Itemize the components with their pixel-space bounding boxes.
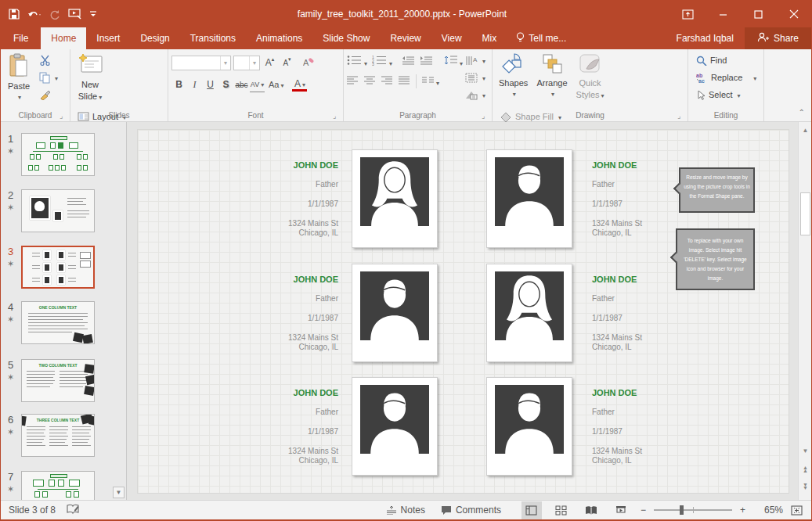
- new-slide-button[interactable]: New Slide: [74, 52, 106, 108]
- slide-thumbnail[interactable]: THREE COLUMN TEXT: [21, 414, 95, 457]
- comments-button[interactable]: Comments: [435, 501, 507, 520]
- paste-button[interactable]: Paste: [4, 52, 34, 108]
- paragraph-dialog-launcher[interactable]: ⌟: [482, 112, 489, 120]
- user-name[interactable]: Farshad Iqbal: [666, 27, 745, 49]
- polaroid-photo[interactable]: [352, 377, 438, 476]
- notes-button[interactable]: Notes: [380, 501, 431, 520]
- zoom-out-button[interactable]: −: [634, 501, 646, 520]
- person-card-left[interactable]: JOHN DOE Father 1/1/1987 1324 Mains St C…: [276, 275, 338, 352]
- font-size-combobox[interactable]: ▾: [233, 56, 260, 70]
- minimize-button[interactable]: [706, 1, 741, 27]
- collapse-ribbon-button[interactable]: ⌃: [799, 108, 805, 117]
- change-case-button[interactable]: Aa: [269, 77, 283, 92]
- zoom-slider[interactable]: [654, 509, 732, 511]
- shapes-button[interactable]: Shapes: [496, 52, 531, 108]
- character-spacing-button[interactable]: AV: [250, 77, 265, 92]
- close-button[interactable]: [776, 1, 811, 27]
- align-right-button[interactable]: [381, 76, 393, 87]
- person-card-left[interactable]: JOHN DOE Father 1/1/1987 1324 Mains St C…: [276, 388, 338, 465]
- person-card-right[interactable]: JOHN DOE Father 1/1/1987 1324 Mains St C…: [592, 275, 655, 352]
- previous-slide-button[interactable]: ▲▲: [799, 463, 811, 476]
- slide-canvas[interactable]: JOHN DOE Father 1/1/1987 1324 Mains St C…: [137, 129, 789, 494]
- proofing-icon[interactable]: [67, 504, 80, 517]
- cut-button[interactable]: [38, 52, 60, 69]
- tab-view[interactable]: View: [431, 27, 472, 49]
- justify-button[interactable]: [399, 76, 410, 87]
- person-card-right[interactable]: JOHN DOE Father 1/1/1987 1324 Mains St C…: [592, 160, 655, 238]
- font-color-button[interactable]: A: [292, 78, 307, 92]
- underline-button[interactable]: U: [203, 77, 218, 92]
- normal-view-button[interactable]: [521, 501, 542, 519]
- arrange-button[interactable]: Arrange: [533, 52, 570, 108]
- tab-review[interactable]: Review: [380, 27, 431, 49]
- undo-icon[interactable]: [27, 9, 42, 20]
- select-button[interactable]: Select: [695, 86, 758, 103]
- polaroid-photo[interactable]: [486, 149, 572, 248]
- font-dialog-launcher[interactable]: ⌟: [333, 112, 341, 120]
- polaroid-photo[interactable]: [486, 264, 572, 362]
- align-text-button[interactable]: [464, 69, 487, 86]
- font-name-combobox[interactable]: ▾: [171, 56, 231, 70]
- tab-transitions[interactable]: Transitions: [180, 27, 246, 49]
- bold-button[interactable]: B: [171, 77, 186, 92]
- slideshow-button[interactable]: [611, 501, 631, 519]
- find-button[interactable]: Find: [695, 52, 758, 69]
- text-shadow-button[interactable]: S: [218, 77, 233, 92]
- next-slide-button[interactable]: ▼▼: [799, 480, 811, 493]
- slide-sorter-button[interactable]: [551, 501, 572, 519]
- italic-button[interactable]: I: [187, 77, 202, 92]
- clear-formatting-button[interactable]: A: [301, 55, 316, 70]
- tab-slide-show[interactable]: Slide Show: [312, 27, 380, 49]
- tab-insert[interactable]: Insert: [86, 27, 130, 49]
- line-spacing-button[interactable]: [444, 55, 463, 67]
- bullets-button[interactable]: [347, 55, 367, 67]
- text-direction-button[interactable]: A: [464, 52, 487, 69]
- slide-indicator[interactable]: Slide 3 of 8: [9, 505, 56, 516]
- slide-thumbnail[interactable]: [21, 133, 95, 176]
- scroll-thumb[interactable]: [800, 192, 810, 235]
- drawing-dialog-launcher[interactable]: ⌟: [677, 112, 685, 120]
- tab-file[interactable]: File: [1, 27, 41, 49]
- strikethrough-button[interactable]: abc: [234, 77, 249, 92]
- polaroid-photo[interactable]: [352, 149, 438, 248]
- fit-slide-to-window-button[interactable]: [786, 501, 807, 519]
- clipboard-dialog-launcher[interactable]: ⌟: [60, 112, 67, 120]
- numbering-button[interactable]: 123: [372, 55, 392, 67]
- zoom-slider-thumb[interactable]: [680, 505, 684, 515]
- tab-home[interactable]: Home: [41, 27, 86, 49]
- reading-view-button[interactable]: [581, 501, 601, 519]
- slide-thumbnail[interactable]: [21, 471, 95, 500]
- slide-thumbnail[interactable]: [21, 189, 95, 232]
- convert-to-smartart-button[interactable]: [464, 86, 487, 103]
- format-painter-button[interactable]: [38, 86, 60, 103]
- person-card-left[interactable]: JOHN DOE Father 1/1/1987 1324 Mains St C…: [276, 160, 338, 238]
- share-button[interactable]: Share: [745, 27, 811, 49]
- tab-mix[interactable]: Mix: [472, 27, 507, 49]
- redo-icon[interactable]: [49, 9, 60, 20]
- scroll-up-button[interactable]: ▲: [799, 124, 811, 136]
- decrease-indent-button[interactable]: [402, 56, 415, 67]
- person-card-right[interactable]: JOHN DOE Father 1/1/1987 1324 Mains St C…: [592, 388, 655, 465]
- thumbnails-scroll-down-button[interactable]: ▼: [113, 487, 125, 498]
- quick-styles-button[interactable]: Quick Styles: [573, 52, 608, 108]
- ribbon-display-options-icon[interactable]: [670, 1, 706, 27]
- slide-thumbnail[interactable]: ONE COLUMN TEXT: [21, 301, 95, 344]
- copy-button[interactable]: [38, 69, 60, 86]
- align-left-button[interactable]: [347, 76, 359, 87]
- callout-resize-tip[interactable]: Resize and move image by using the pictu…: [679, 167, 755, 213]
- zoom-level[interactable]: 65%: [755, 505, 783, 516]
- tab-animations[interactable]: Animations: [246, 27, 312, 49]
- start-from-beginning-icon[interactable]: [68, 9, 81, 20]
- shrink-font-button[interactable]: A▾: [280, 55, 294, 70]
- maximize-button[interactable]: [741, 1, 776, 27]
- tab-design[interactable]: Design: [130, 27, 179, 49]
- polaroid-photo[interactable]: [352, 264, 438, 362]
- callout-replace-tip[interactable]: To replace with your own image. Select i…: [676, 228, 755, 290]
- slide-thumbnail[interactable]: TWO COLUMN TEXT: [21, 359, 95, 402]
- tell-me-box[interactable]: Tell me...: [507, 27, 576, 49]
- save-icon[interactable]: [9, 9, 20, 20]
- grow-font-button[interactable]: A▴: [262, 55, 277, 70]
- scroll-down-button[interactable]: ▼: [799, 444, 811, 457]
- slide-thumbnail-current[interactable]: [21, 246, 95, 289]
- polaroid-photo[interactable]: [486, 377, 572, 476]
